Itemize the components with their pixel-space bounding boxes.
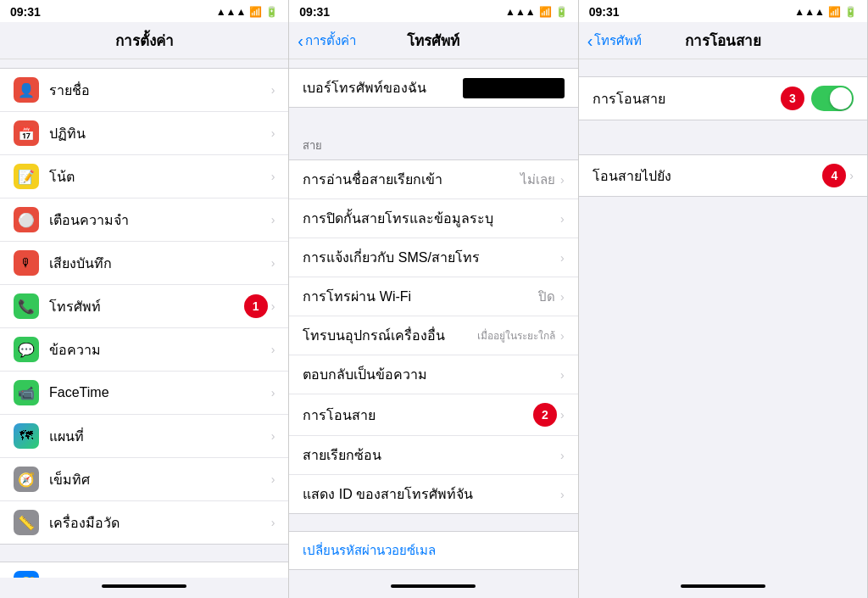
measure-label: เครื่องมือวัด <box>49 512 271 534</box>
forward-to-badge: 4 <box>822 164 846 187</box>
calendar-chevron: › <box>271 126 275 140</box>
contacts-chevron: › <box>271 83 275 97</box>
call-forwarding-content: การโอนสาย 3 โอนสายไปยัง 4 › <box>579 59 867 578</box>
phone-number-value <box>463 78 565 98</box>
list-item-safari[interactable]: 🧭 Safari › <box>0 562 288 578</box>
list-item-messages[interactable]: 💬 ข้อความ › <box>0 328 288 372</box>
home-indicator-1 <box>0 578 288 598</box>
status-time-1: 09:31 <box>10 5 41 19</box>
list-item-compass[interactable]: 🧭 เข็มทิศ › <box>0 458 288 501</box>
contacts-icon: 👤 <box>14 77 39 103</box>
phone-settings-content: เบอร์โทรศัพท์ของฉัน สาย การอ่านชื่อสายเร… <box>289 59 577 578</box>
sms-notify-label: การแจ้งเกี่ยวกับ SMS/สายโทร <box>303 247 560 268</box>
panel-call-forwarding: 09:31 ▲▲▲ 📶 🔋 ‹ โทรศัพท์ การโอนสาย การโอ… <box>579 0 868 598</box>
home-bar-3 <box>681 584 765 588</box>
handoff-label: โทรบนอุปกรณ์เครื่องอื่น <box>303 325 477 346</box>
list-item-contacts[interactable]: 👤 รายชื่อ › <box>0 69 288 112</box>
call-forward-chevron: › <box>560 408 565 422</box>
status-icons-3: ▲▲▲ 📶 🔋 <box>794 6 857 18</box>
list-item-maps[interactable]: 🗺 แผนที่ › <box>0 415 288 458</box>
read-caller-label: การอ่านชื่อสายเรียกเข้า <box>303 169 520 190</box>
measure-chevron: › <box>271 516 275 529</box>
reply-msg-item[interactable]: ตอบกลับเป็นข้อความ › <box>289 355 577 394</box>
facetime-icon: 📹 <box>14 380 39 405</box>
block-calls-item[interactable]: การปิดกั้นสายโทรและข้อมูลระบุ › <box>289 199 577 238</box>
read-caller-chevron: › <box>560 173 565 187</box>
voicememos-label: เสียงบันทึก <box>49 253 271 274</box>
change-password-label: เปลี่ยนรหัสผ่านวอยซ์เมล <box>303 540 436 561</box>
list-item-measure[interactable]: 📏 เครื่องมือวัด › <box>0 501 288 544</box>
reply-msg-chevron: › <box>560 368 565 382</box>
reply-msg-label: ตอบกลับเป็นข้อความ <box>303 364 560 385</box>
list-item-voicememos[interactable]: 🎙 เสียงบันทึก › <box>0 242 288 285</box>
status-icons-1: ▲▲▲ 📶 🔋 <box>216 6 279 18</box>
list-item-calendar[interactable]: 📅 ปฏิทิน › <box>0 112 288 155</box>
forward-to-item[interactable]: โอนสายไปยัง 4 › <box>579 155 867 196</box>
list-item-phone[interactable]: 📞 โทรศัพท์ 1 › <box>0 285 288 328</box>
phone-nav-title: โทรศัพท์ <box>407 29 459 52</box>
handoff-item[interactable]: โทรบนอุปกรณ์เครื่องอื่น เมื่ออยู่ในระยะใ… <box>289 316 577 355</box>
phone-badge: 1 <box>244 294 268 318</box>
battery-icon-3: 🔋 <box>844 6 857 18</box>
wifi-icon-3: 📶 <box>828 6 841 18</box>
block-calls-chevron: › <box>560 212 565 226</box>
safari-chevron: › <box>271 577 275 578</box>
home-indicator-3 <box>579 578 867 598</box>
facetime-label: FaceTime <box>49 385 271 400</box>
read-caller-item[interactable]: การอ่านชื่อสายเรียกเข้า ไม่เลย › <box>289 160 577 199</box>
status-bar-3: 09:31 ▲▲▲ 📶 🔋 <box>579 0 867 22</box>
safari-icon: 🧭 <box>14 571 39 578</box>
nav-back-2[interactable]: ‹ การตั้งค่า <box>298 31 356 51</box>
status-bar-2: 09:31 ▲▲▲ 📶 🔋 <box>289 0 577 22</box>
forward-toggle-switch[interactable] <box>811 86 854 111</box>
show-id-chevron: › <box>560 488 565 501</box>
forward-to-group: โอนสายไปยัง 4 › <box>579 154 867 197</box>
battery-icon: 🔋 <box>265 6 278 18</box>
phone-chevron: › <box>271 299 275 313</box>
wifi-call-item[interactable]: การโทรผ่าน Wi-Fi ปิด › <box>289 277 577 316</box>
forward-to-chevron: › <box>849 169 854 182</box>
maps-label: แผนที่ <box>49 426 271 447</box>
compass-icon: 🧭 <box>14 467 39 492</box>
nav-back-3[interactable]: ‹ โทรศัพท์ <box>587 31 643 51</box>
call-forward-label: การโอนสาย <box>303 405 526 426</box>
calendar-icon: 📅 <box>14 120 39 146</box>
phone-number-label: เบอร์โทรศัพท์ของฉัน <box>303 77 462 98</box>
forward-to-label: โอนสายไปยัง <box>593 165 816 187</box>
voicememos-chevron: › <box>271 256 275 270</box>
calls-group: การอ่านชื่อสายเรียกเข้า ไม่เลย › การปิดก… <box>289 159 577 514</box>
status-icons-2: ▲▲▲ 📶 🔋 <box>505 6 568 18</box>
voicemail-group: เปลี่ยนรหัสผ่านวอยซ์เมล <box>289 531 577 570</box>
contacts-label: รายชื่อ <box>49 80 271 101</box>
block-calls-label: การปิดกั้นสายโทรและข้อมูลระบุ <box>303 208 560 229</box>
phone-label: โทรศัพท์ <box>49 296 237 317</box>
call-waiting-item[interactable]: สายเรียกซ้อน › <box>289 436 577 475</box>
facetime-chevron: › <box>271 386 275 400</box>
list-item-reminders[interactable]: ⚪ เตือนความจำ › <box>0 198 288 242</box>
list-group-main: 👤 รายชื่อ › 📅 ปฏิทิน › 📝 โน้ต › ⚪ เตือนค… <box>0 68 288 545</box>
calendar-label: ปฏิทิน <box>49 123 271 144</box>
battery-icon-2: 🔋 <box>555 6 568 18</box>
list-item-facetime[interactable]: 📹 FaceTime › <box>0 372 288 415</box>
settings-title: การตั้งค่า <box>115 29 174 52</box>
sms-notify-item[interactable]: การแจ้งเกี่ยวกับ SMS/สายโทร › <box>289 238 577 277</box>
back-arrow-3: ‹ <box>587 32 593 49</box>
sms-notify-chevron: › <box>560 251 565 265</box>
section-say: สาย <box>289 125 577 159</box>
list-item-notes[interactable]: 📝 โน้ต › <box>0 155 288 198</box>
reminders-icon: ⚪ <box>14 207 39 232</box>
call-forward-badge: 2 <box>533 403 557 427</box>
messages-chevron: › <box>271 343 275 356</box>
show-id-label: แสดง ID ของสายโทรศัพท์จัน <box>303 483 560 505</box>
reminders-chevron: › <box>271 213 275 226</box>
nav-bar-1: การตั้งค่า <box>0 22 288 59</box>
change-password-item[interactable]: เปลี่ยนรหัสผ่านวอยซ์เมล <box>289 532 577 569</box>
wifi-icon: 📶 <box>249 6 262 18</box>
call-forward-item[interactable]: การโอนสาย 2 › <box>289 394 577 436</box>
handoff-chevron: › <box>560 329 565 343</box>
read-caller-value: ไม่เลย <box>520 170 555 190</box>
forward-toggle-item[interactable]: การโอนสาย 3 <box>579 77 867 120</box>
list-group-apps: 🧭 Safari › 📰 News › 📈 หุ้น › <box>0 562 288 578</box>
back-arrow-2: ‹ <box>298 32 303 49</box>
show-id-item[interactable]: แสดง ID ของสายโทรศัพท์จัน › <box>289 475 577 513</box>
